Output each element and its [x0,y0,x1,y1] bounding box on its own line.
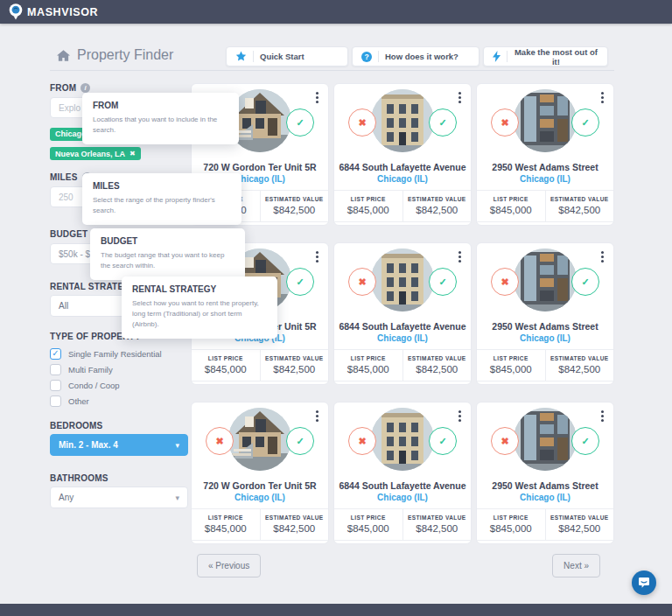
estimated-value: $842,500 [262,205,327,215]
property-city-link[interactable]: Chicago (IL) [477,333,613,343]
location-tag[interactable]: Nueva Orleans, LA ✖ [50,147,141,160]
page-title: Property Finder [57,47,173,63]
check-icon: ✓ [581,118,589,128]
list-price-value: $845,000 [193,523,258,534]
kebab-menu-icon[interactable] [457,249,463,264]
reject-property-button[interactable]: ✖ [348,268,376,296]
property-address[interactable]: 720 W Gordon Ter Unit 5R [192,162,328,172]
kebab-menu-icon[interactable] [457,90,463,105]
property-photo [371,408,434,471]
kebab-menu-icon[interactable] [599,90,606,105]
property-address[interactable]: 2950 West Adams Street [477,321,613,332]
estimated-value: $842,500 [548,205,612,215]
property-card: ✖ ✓ 2950 West Adams Street Chicago (IL) … [476,402,614,544]
mashvisor-pin-icon [9,4,23,20]
property-city-link[interactable]: Chicago (IL) [334,493,471,502]
property-address[interactable]: 6844 South Lafayette Avenue [334,162,471,172]
property-card: ✖ ✓ 720 W Gordon Ter Unit 5R Chicago (IL… [191,402,329,544]
property-type-option[interactable]: ✓Condo / Coop [50,377,188,393]
estimated-value-label: ESTIMATED VALUE [548,196,612,202]
property-city-link[interactable]: Chicago (IL) [334,333,471,343]
chat-widget-button[interactable] [632,570,656,595]
home-icon [57,50,70,61]
estimated-value-label: ESTIMATED VALUE [548,514,612,521]
reject-property-button[interactable]: ✖ [348,427,376,455]
accept-property-button[interactable]: ✓ [429,268,457,296]
remove-tag-icon[interactable]: ✖ [130,150,136,158]
check-icon: ✓ [296,437,304,446]
property-type-option[interactable]: ✓Single Family Residential [50,346,188,361]
brand-logo[interactable]: MASHVISOR [9,4,98,20]
list-price-label: LIST PRICE [336,514,401,521]
estimated-value-label: ESTIMATED VALUE [548,355,612,361]
check-icon: ✓ [438,437,446,446]
question-icon: ? [361,52,372,62]
property-type-options: ✓Single Family Residential✓Multi Family✓… [50,346,188,409]
list-price-value: $845,000 [336,205,401,215]
property-address[interactable]: 2950 West Adams Street [477,162,613,172]
accept-property-button[interactable]: ✓ [571,268,599,296]
reject-property-button[interactable]: ✖ [206,427,234,455]
previous-page-button[interactable]: « Previous [197,554,261,578]
checkbox-icon: ✓ [50,380,61,391]
property-address[interactable]: 720 W Gordon Ter Unit 5R [192,480,328,491]
property-city-link[interactable]: Chicago (IL) [334,174,471,184]
kebab-menu-icon[interactable] [314,409,320,424]
check-icon: ✓ [438,277,446,287]
list-price-label: LIST PRICE [336,196,401,202]
reject-property-button[interactable]: ✖ [491,268,519,296]
property-type-option[interactable]: ✓Multi Family [50,361,188,377]
from-tooltip: FROM Locations that you want to include … [82,93,239,144]
bedrooms-select[interactable]: Min. 2 - Max. 4 ▾ [50,434,188,456]
property-address[interactable]: 6844 South Lafayette Avenue [334,480,471,491]
kebab-menu-icon[interactable] [599,409,606,424]
accept-property-button[interactable]: ✓ [286,427,314,455]
from-label: FROMi [50,83,188,93]
chat-bubble-icon [638,577,650,589]
property-photo [228,408,291,471]
make-the-most-button[interactable]: Make the most out of it! [483,46,608,66]
list-price-label: LIST PRICE [193,514,258,521]
accept-property-button[interactable]: ✓ [286,108,314,136]
x-icon: ✖ [358,277,366,287]
property-photo [514,408,577,471]
accept-property-button[interactable]: ✓ [429,427,457,455]
kebab-menu-icon[interactable] [314,249,320,264]
rental-strategy-tooltip: RENTAL STRATEGY Select how you want to r… [122,276,277,339]
reject-property-button[interactable]: ✖ [491,427,519,455]
property-address[interactable]: 2950 West Adams Street [477,480,613,491]
footer-bar [0,604,672,616]
reject-property-button[interactable]: ✖ [348,108,376,136]
x-icon: ✖ [358,118,366,128]
property-address[interactable]: 6844 South Lafayette Avenue [334,321,471,332]
kebab-menu-icon[interactable] [599,249,606,264]
top-navbar: MASHVISOR [0,0,672,24]
bathrooms-select[interactable]: Any ▾ [50,486,188,508]
miles-tooltip: MILES Select the range of the property f… [82,173,242,225]
info-icon[interactable]: i [80,83,90,93]
budget-tooltip: BUDGET The budget range that you want to… [90,228,245,280]
next-page-button[interactable]: Next » [552,554,600,578]
estimated-value-label: ESTIMATED VALUE [405,196,470,202]
kebab-menu-icon[interactable] [457,409,463,424]
quick-start-button[interactable]: Quick Start [226,46,348,66]
how-does-it-work-button[interactable]: ? How does it work? [352,46,480,66]
header-actions: Quick Start ? How does it work? Make the… [226,46,608,66]
property-city-link[interactable]: Chicago (IL) [477,174,613,184]
accept-property-button[interactable]: ✓ [571,427,599,455]
accept-property-button[interactable]: ✓ [286,268,314,296]
estimated-value: $842,500 [262,523,327,534]
kebab-menu-icon[interactable] [314,90,320,105]
accept-property-button[interactable]: ✓ [429,108,457,136]
button-divider [253,51,254,62]
property-type-option[interactable]: ✓Other [50,393,188,409]
reject-property-button[interactable]: ✖ [491,108,519,136]
property-city-link[interactable]: Chicago (IL) [477,493,613,502]
list-price-value: $845,000 [336,364,401,374]
property-city-link[interactable]: Chicago (IL) [192,493,328,502]
x-icon: ✖ [358,437,366,446]
list-price-value: $845,000 [479,364,543,374]
estimated-value: $842,500 [405,523,470,534]
property-card: ✖ ✓ 6844 South Lafayette Avenue Chicago … [333,402,472,544]
accept-property-button[interactable]: ✓ [571,108,599,136]
